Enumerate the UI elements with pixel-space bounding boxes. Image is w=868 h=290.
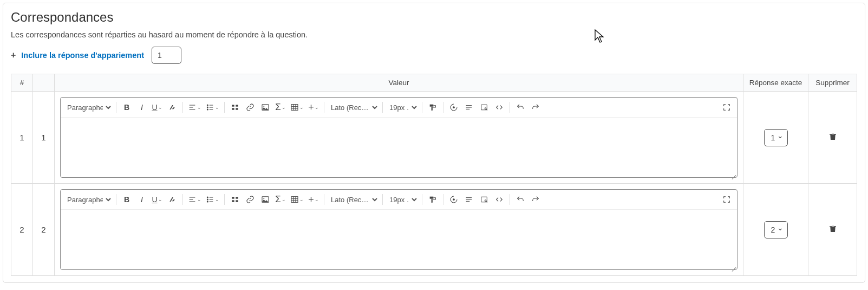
editor-content[interactable] <box>61 210 737 269</box>
list-button[interactable]: ⌄ <box>204 192 221 207</box>
svg-rect-15 <box>291 105 298 111</box>
col-header-value: Valeur <box>55 74 743 92</box>
row-value-cell: Paragraphe B I U⌄ ⌄ ⌄ <box>55 184 743 276</box>
preview-button[interactable] <box>477 100 491 115</box>
svg-point-14 <box>263 106 264 107</box>
add-row: + Inclure la réponse d'appariement <box>11 47 857 64</box>
svg-rect-10 <box>232 108 234 109</box>
row-exact-cell: 1 <box>743 92 808 184</box>
underline-button[interactable]: U⌄ <box>150 192 164 207</box>
underline-button[interactable]: U⌄ <box>150 100 164 115</box>
fullscreen-button[interactable] <box>720 192 734 207</box>
insert-stuff-button[interactable] <box>228 100 242 115</box>
link-button[interactable] <box>243 192 257 207</box>
svg-point-5 <box>207 109 208 110</box>
svg-point-30 <box>207 197 208 198</box>
italic-button[interactable]: I <box>135 100 149 115</box>
matches-table: # Valeur Réponse exacte Supprimer 1 1 Pa… <box>11 74 857 276</box>
resize-grip[interactable] <box>729 262 736 269</box>
col-header-exact: Réponse exacte <box>743 74 808 92</box>
svg-point-41 <box>263 198 264 199</box>
svg-point-25 <box>485 108 486 109</box>
bold-button[interactable]: B <box>120 100 134 115</box>
svg-rect-42 <box>291 197 298 203</box>
paragraph-select[interactable]: Paragraphe <box>64 193 113 207</box>
col-header-sub <box>33 74 55 92</box>
row-delete-cell <box>808 184 857 276</box>
format-painter-button[interactable] <box>426 192 440 207</box>
resize-grip[interactable] <box>729 170 736 177</box>
preview-button[interactable] <box>477 192 491 207</box>
svg-rect-9 <box>232 105 234 106</box>
link-button[interactable] <box>243 100 257 115</box>
equation-button[interactable]: Σ⌄ <box>273 192 288 207</box>
source-button[interactable] <box>492 192 506 207</box>
exact-answer-select[interactable]: 2 <box>764 221 788 239</box>
insert-stuff-button[interactable] <box>228 192 242 207</box>
size-select[interactable]: 19px … <box>386 193 419 207</box>
image-button[interactable] <box>258 192 272 207</box>
row-exact-cell: 2 <box>743 184 808 276</box>
wordcount-button[interactable] <box>462 100 476 115</box>
svg-point-4 <box>207 107 208 108</box>
svg-rect-12 <box>236 108 238 109</box>
table-button[interactable]: ⌄ <box>289 192 305 207</box>
accessibility-button[interactable] <box>447 192 461 207</box>
format-painter-button[interactable] <box>426 100 440 115</box>
correspondances-panel: Correspondances Les correspondances sont… <box>3 3 865 283</box>
align-button[interactable]: ⌄ <box>186 192 203 207</box>
svg-point-32 <box>207 201 208 202</box>
rich-text-editor: Paragraphe B I U⌄ ⌄ ⌄ <box>60 189 738 270</box>
list-button[interactable]: ⌄ <box>204 100 221 115</box>
add-count-input[interactable] <box>152 47 181 64</box>
svg-point-20 <box>453 107 455 108</box>
plus-icon: + <box>11 50 16 60</box>
svg-point-31 <box>207 199 208 200</box>
delete-button[interactable] <box>828 224 837 233</box>
fullscreen-button[interactable] <box>720 100 734 115</box>
font-select[interactable]: Lato (Recom… <box>328 193 379 207</box>
svg-rect-36 <box>232 197 234 198</box>
svg-point-47 <box>453 199 455 201</box>
equation-button[interactable]: Σ⌄ <box>273 100 288 115</box>
col-header-delete: Supprimer <box>808 74 857 92</box>
align-button[interactable]: ⌄ <box>186 100 203 115</box>
table-button[interactable]: ⌄ <box>289 100 305 115</box>
italic-button[interactable]: I <box>135 192 149 207</box>
more-insert-button[interactable]: +⌄ <box>306 100 321 115</box>
add-match-label: Inclure la réponse d'appariement <box>21 51 144 60</box>
delete-button[interactable] <box>828 132 837 141</box>
redo-button[interactable] <box>528 192 543 207</box>
paragraph-select[interactable]: Paragraphe <box>64 101 113 114</box>
svg-rect-38 <box>236 197 238 198</box>
table-row: 1 1 Paragraphe B I U⌄ <box>11 92 857 184</box>
editor-toolbar: Paragraphe B I U⌄ ⌄ ⌄ <box>61 190 737 210</box>
row-index: 1 <box>11 92 33 184</box>
page-title: Correspondances <box>11 10 857 25</box>
table-row: 2 2 Paragraphe B I U⌄ <box>11 184 857 276</box>
more-insert-button[interactable]: +⌄ <box>306 192 321 207</box>
bold-button[interactable]: B <box>120 192 134 207</box>
row-sub: 2 <box>33 184 55 276</box>
image-button[interactable] <box>258 100 272 115</box>
exact-answer-select[interactable]: 1 <box>764 129 788 146</box>
editor-content[interactable] <box>61 118 737 177</box>
editor-toolbar: Paragraphe B I U⌄ ⌄ ⌄ <box>61 98 737 118</box>
svg-point-52 <box>485 200 486 202</box>
redo-button[interactable] <box>528 100 543 115</box>
row-delete-cell <box>808 92 857 184</box>
svg-rect-11 <box>236 105 238 106</box>
size-select[interactable]: 19px … <box>386 101 419 114</box>
clear-format-button[interactable] <box>165 100 179 115</box>
row-value-cell: Paragraphe B I U⌄ ⌄ ⌄ <box>55 92 743 184</box>
font-select[interactable]: Lato (Recom… <box>328 101 379 114</box>
undo-button[interactable] <box>513 100 527 115</box>
source-button[interactable] <box>492 100 506 115</box>
row-index: 2 <box>11 184 33 276</box>
add-match-link[interactable]: + Inclure la réponse d'appariement <box>11 50 144 60</box>
wordcount-button[interactable] <box>462 192 476 207</box>
undo-button[interactable] <box>513 192 527 207</box>
accessibility-button[interactable] <box>447 100 461 115</box>
clear-format-button[interactable] <box>165 192 179 207</box>
rich-text-editor: Paragraphe B I U⌄ ⌄ ⌄ <box>60 97 738 178</box>
